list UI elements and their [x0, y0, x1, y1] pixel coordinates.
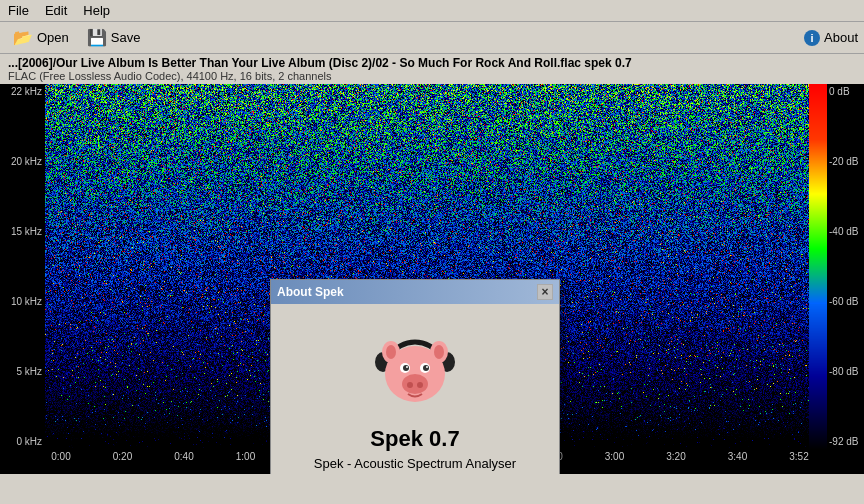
svg-point-5	[386, 345, 396, 359]
xlabel-100: 1:00	[230, 451, 262, 462]
yaxis: 0 kHz 5 kHz 10 kHz 15 kHz 20 kHz 22 kHz	[0, 84, 45, 449]
save-icon: 💾	[87, 28, 107, 47]
toolbar: 📂 Open 💾 Save i About	[0, 22, 864, 54]
save-button[interactable]: 💾 Save	[80, 25, 148, 50]
pig-mascot	[365, 316, 465, 416]
ylabel-15: 15 kHz	[2, 226, 42, 237]
svg-point-15	[426, 366, 428, 368]
dblabels: 0 dB -20 dB -40 dB -60 dB -80 dB -92 dB	[827, 84, 864, 449]
app-name: Spek 0.7	[287, 426, 543, 452]
about-button[interactable]: i About	[804, 30, 858, 46]
xlabel-40: 0:40	[168, 451, 200, 462]
xlabel-340: 3:40	[722, 451, 754, 462]
dialog-close-button[interactable]: ×	[537, 284, 553, 300]
dblabel-0: 0 dB	[829, 86, 862, 97]
menu-edit[interactable]: Edit	[41, 2, 71, 19]
dialog-title: About Spek	[277, 285, 344, 299]
xlabel-20: 0:20	[107, 451, 139, 462]
ylabel-0: 0 kHz	[2, 436, 42, 447]
ylabel-20: 20 kHz	[2, 156, 42, 167]
open-label: Open	[37, 30, 69, 45]
svg-point-14	[406, 366, 408, 368]
ylabel-10: 10 kHz	[2, 296, 42, 307]
xlabel-300: 3:00	[599, 451, 631, 462]
menu-file[interactable]: File	[4, 2, 33, 19]
infobar: ...[2006]/Our Live Album Is Better Than …	[0, 54, 864, 84]
menubar: File Edit Help	[0, 0, 864, 22]
about-dialog: About Spek ×	[270, 279, 560, 474]
ylabel-5: 5 kHz	[2, 366, 42, 377]
dblabel-40: -40 dB	[829, 226, 862, 237]
dialog-body: Spek 0.7 Spek - Acoustic Spectrum Analys…	[271, 304, 559, 474]
xlabel-320: 3:20	[660, 451, 692, 462]
fileinfo: FLAC (Free Lossless Audio Codec), 44100 …	[8, 70, 856, 82]
app-tagline: Spek - Acoustic Spectrum Analyser	[287, 456, 543, 471]
colorbar	[809, 84, 827, 449]
dialog-titlebar: About Spek ×	[271, 280, 559, 304]
svg-point-12	[403, 365, 409, 371]
save-label: Save	[111, 30, 141, 45]
svg-point-8	[407, 382, 413, 388]
svg-point-6	[434, 345, 444, 359]
xlabel-0: 0:00	[45, 451, 77, 462]
dblabel-92: -92 dB	[829, 436, 862, 447]
menu-help[interactable]: Help	[79, 2, 114, 19]
ylabel-22: 22 kHz	[2, 86, 42, 97]
dblabel-80: -80 dB	[829, 366, 862, 377]
svg-point-9	[417, 382, 423, 388]
xlabel-352: 3:52	[783, 451, 815, 462]
open-icon: 📂	[13, 28, 33, 47]
about-label: About	[824, 30, 858, 45]
filename: ...[2006]/Our Live Album Is Better Than …	[8, 56, 856, 70]
info-icon: i	[804, 30, 820, 46]
svg-point-7	[402, 374, 428, 394]
dblabel-20: -20 dB	[829, 156, 862, 167]
colorscale: 0 dB -20 dB -40 dB -60 dB -80 dB -92 dB	[809, 84, 864, 449]
spectrogram-container: 0 kHz 5 kHz 10 kHz 15 kHz 20 kHz 22 kHz …	[0, 84, 864, 474]
dblabel-60: -60 dB	[829, 296, 862, 307]
open-button[interactable]: 📂 Open	[6, 25, 76, 50]
svg-point-13	[423, 365, 429, 371]
